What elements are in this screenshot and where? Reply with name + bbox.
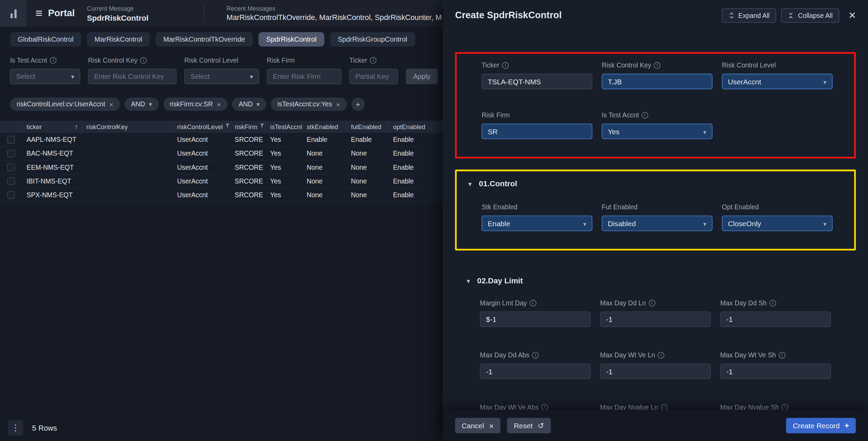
cell-riskcontrollevel: UserAccnt [173,177,230,185]
field-max-day-dd-abs: Max Day Dd Abs [480,351,591,379]
cell-riskfirm: SRCORE [230,136,266,144]
cell-ticker: EEM-NMS-EQT [22,164,82,171]
filter-label: Risk Control Level [184,56,259,64]
column-label: isTestAccnt [270,124,302,130]
portal-app: Portal Current Message SpdrRiskControl R… [0,0,868,441]
tab-globalriskcontrol[interactable]: GlobalRiskControl [10,32,81,46]
column-header-futenabled[interactable]: futEnabled [347,121,389,133]
remove-chip-icon[interactable] [109,101,113,108]
filter-chip-risk-firm[interactable]: riskFirm:cv:SR [163,97,228,111]
section-header-02-day-limit[interactable]: 02.Day Limit [455,276,856,285]
app-logo [0,0,26,27]
info-icon [532,352,539,358]
column-header-riskfirm[interactable]: riskFirm [230,121,266,133]
row-checkbox[interactable] [7,191,15,199]
drawer-footer: Cancel Reset Create Record [443,410,868,441]
header-checkbox-cell[interactable] [0,121,22,133]
cell-istestaccnt: Yes [266,136,302,144]
add-filter-button[interactable] [351,97,365,111]
kebab-menu-button[interactable] [8,420,23,435]
risk-control-level-select[interactable]: UserAccnt [722,74,833,89]
chevron-down-icon [703,128,706,135]
cell-stkenabled: None [302,164,347,171]
chip-label: AND [239,100,253,108]
reset-button[interactable]: Reset [507,418,551,433]
field-label: Risk Firm [481,112,592,119]
max-day-wt-ve-sh-input[interactable] [720,364,831,379]
risk-firm-filter-input[interactable] [267,69,341,84]
risk-control-key-filter-input[interactable] [88,69,177,84]
risk-control-level-select[interactable]: Select [184,69,259,84]
field-label: Stk Enabled [481,203,592,211]
margin-lmt-day-input[interactable] [480,312,591,327]
row-checkbox[interactable] [7,164,15,171]
reset-icon [538,422,544,430]
create-record-drawer: Create SpdrRiskControl Expand All Collap… [443,0,868,441]
tab-spdrriskcontrol[interactable]: SpdrRiskControl [258,32,324,46]
menu-icon[interactable] [35,7,43,19]
opt-enabled-select[interactable]: CloseOnly [722,216,833,231]
cell-istestaccnt: Yes [266,177,302,185]
column-header-ticker[interactable]: ticker [22,121,82,133]
info-icon [658,352,664,358]
field-label-text: Risk Firm [481,112,510,119]
max-day-dd-sh-input[interactable] [720,312,831,327]
ticker-filter-input[interactable] [349,69,398,84]
info-icon [140,57,147,64]
field-is-test-accnt: Is Test Accnt Yes [602,112,713,139]
column-header-istestaccnt[interactable]: isTestAccnt [266,121,302,133]
operator-chip-and-2[interactable]: AND [232,97,267,111]
create-record-button[interactable]: Create Record [786,418,856,433]
collapse-all-button[interactable]: Collapse All [781,8,839,23]
section-header-01-control[interactable]: 01.Control [468,179,829,188]
close-icon[interactable] [849,9,856,21]
fut-enabled-select[interactable]: Disabled [602,216,713,231]
filter-label: Ticker [349,56,398,64]
remove-chip-icon[interactable] [336,101,340,108]
apply-button[interactable]: Apply [406,69,438,84]
field-ticker: Ticker [481,62,592,89]
row-checkbox[interactable] [7,177,15,185]
expand-all-button[interactable]: Expand All [722,8,777,23]
operator-chip-and-1[interactable]: AND [124,97,159,111]
column-header-riskcontrolkey[interactable]: riskControlKey [82,121,173,133]
field-margin-lmt-day: Margin Lmt Day [480,299,591,327]
cell-optenabled: Enable [389,191,432,199]
tab-spdrriskgroupcontrol[interactable]: SpdrRiskGroupControl [330,32,415,46]
chip-label: isTestAccnt:cv:Yes [277,100,332,108]
filter-risk-control-key: Risk Control Key [88,56,177,84]
column-header-optenabled[interactable]: optEnabled [389,121,432,133]
is-test-accnt-select[interactable]: Yes [602,124,713,139]
tab-marriskcontrol[interactable]: MarRiskControl [87,32,150,46]
column-header-stkenabled[interactable]: stkEnabled [302,121,347,133]
cell-riskfirm: SRCORE [230,177,266,185]
stk-enabled-select[interactable]: Enable [481,216,592,231]
is-test-accnt-select[interactable]: Select [10,69,80,84]
recent-messages-value: MarRiskControlTkOverride, MarRiskControl… [227,13,442,22]
filter-chip-risk-control-level[interactable]: riskControlLevel:cv:UserAccnt [10,97,120,111]
field-label-text: Fut Enabled [602,203,638,211]
filter-icon [226,124,229,127]
cancel-button[interactable]: Cancel [455,418,500,433]
filter-chip-is-test-accnt[interactable]: isTestAccnt:cv:Yes [271,97,347,111]
chevron-down-icon [257,101,260,107]
column-header-riskcontrollevel[interactable]: riskControlLevel [173,121,230,133]
cell-futenabled: None [347,191,389,199]
row-checkbox[interactable] [7,150,15,158]
ticker-value-input[interactable] [481,74,592,89]
field-risk-control-key: Risk Control Key [602,62,713,89]
tab-marriskcontroltkoverride[interactable]: MarRiskControlTkOverride [155,32,253,46]
field-label: Fut Enabled [602,203,713,211]
cell-riskcontrollevel: UserAccnt [173,164,230,171]
risk-control-key-input[interactable] [602,74,713,89]
row-checkbox[interactable] [7,136,15,144]
max-day-dd-ln-input[interactable] [600,312,711,327]
risk-firm-input[interactable] [481,124,592,139]
max-day-wt-ve-ln-input[interactable] [600,364,711,379]
max-day-dd-abs-input[interactable] [480,364,591,379]
cell-optenabled: Enable [389,164,432,171]
remove-chip-icon[interactable] [217,101,221,108]
current-message-label: Current Message [87,5,149,11]
filter-label-text: Risk Firm [267,56,295,64]
info-icon [661,404,668,410]
